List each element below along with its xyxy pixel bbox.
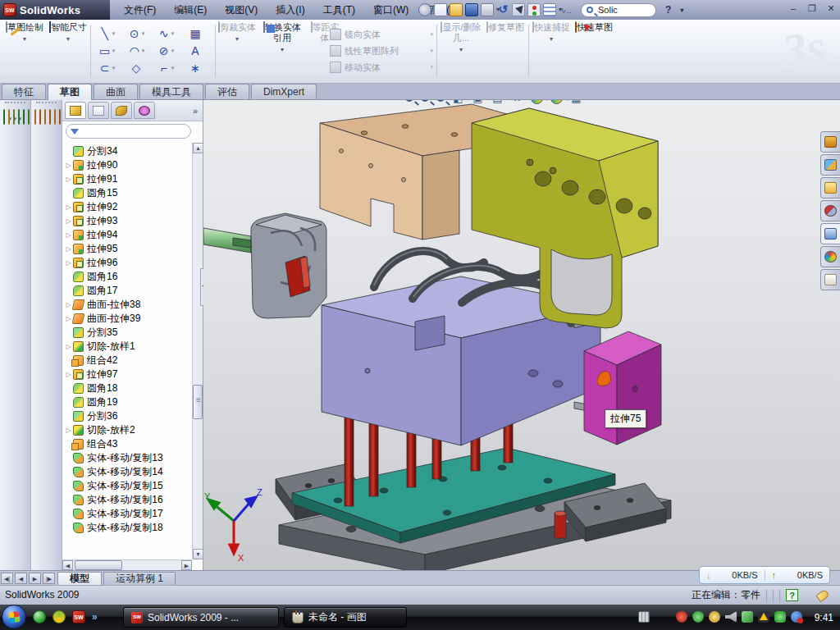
menu-item[interactable]: 编辑(E) bbox=[165, 3, 216, 17]
toolbar-drag-handle[interactable] bbox=[5, 102, 25, 108]
view-tool-icon[interactable] bbox=[405, 100, 413, 102]
view-tool-icon[interactable] bbox=[550, 100, 563, 104]
quick-launch-icon[interactable] bbox=[33, 610, 46, 623]
quick-snaps-button[interactable]: 快速捕捉 ▾ bbox=[532, 22, 571, 81]
model-red-cylinder[interactable] bbox=[555, 511, 566, 538]
tree-item[interactable]: 拉伸96 bbox=[62, 256, 192, 270]
doc-close-button[interactable]: ✕ bbox=[824, 100, 832, 103]
quick-tips-button[interactable]: ? bbox=[786, 589, 798, 601]
view-tool-icon[interactable]: ▦ bbox=[570, 100, 582, 104]
property-manager-tab[interactable] bbox=[88, 102, 109, 119]
sketch-entity-icon[interactable]: A bbox=[180, 42, 210, 59]
mold-tool-icon[interactable] bbox=[54, 109, 56, 125]
toolbar-icon[interactable] bbox=[418, 3, 431, 16]
tree-item[interactable]: 分割35 bbox=[62, 326, 192, 340]
sketch-entity-icon[interactable]: ⌐ bbox=[151, 59, 180, 76]
sketch-entity-icon[interactable]: ⊘ bbox=[151, 42, 180, 59]
tab-scroll-button[interactable]: ◀ bbox=[15, 573, 27, 584]
quick-launch-overflow-icon[interactable]: » bbox=[92, 611, 98, 623]
doc-restore-button[interactable]: ❐ bbox=[806, 100, 815, 103]
view-tool-icon[interactable] bbox=[421, 100, 429, 102]
expand-arrow-icon[interactable] bbox=[64, 203, 73, 211]
toolbar-icon[interactable]: ↺ bbox=[496, 3, 509, 16]
menu-item[interactable]: 窗口(W) bbox=[364, 3, 418, 17]
toolbar-icon[interactable] bbox=[434, 3, 447, 16]
sketch-entity-icon[interactable]: ∿ bbox=[151, 25, 180, 42]
tray-icon[interactable] bbox=[676, 611, 687, 623]
help-button[interactable]: ? bbox=[665, 4, 671, 16]
mold-tool-icon[interactable] bbox=[44, 109, 46, 125]
model-tab[interactable]: 模型 bbox=[57, 572, 102, 585]
task-pane-tab[interactable] bbox=[820, 223, 840, 244]
close-button[interactable]: ✕ bbox=[825, 3, 837, 14]
linear-sketch-pattern-button[interactable]: 线性草图阵列 bbox=[330, 43, 433, 59]
sketch-entity-icon[interactable]: ◇ bbox=[121, 59, 151, 76]
tab-scroll-button[interactable]: |▶ bbox=[43, 573, 55, 584]
sketch-entity-icon[interactable]: ▦ bbox=[180, 25, 210, 42]
model-green-rod[interactable] bbox=[203, 228, 251, 253]
scroll-right-icon[interactable]: ▶ bbox=[181, 560, 192, 570]
view-tool-icon[interactable]: ▣ bbox=[472, 100, 484, 104]
tab-scroll-button[interactable]: ◀| bbox=[1, 573, 13, 584]
feature-tool-icon[interactable] bbox=[23, 109, 25, 125]
quick-launch-icon[interactable] bbox=[52, 610, 66, 623]
tray-icon[interactable] bbox=[774, 611, 786, 623]
tray-icon[interactable] bbox=[638, 611, 650, 623]
mold-tool-icon[interactable] bbox=[34, 109, 36, 125]
mold-tool-icon[interactable] bbox=[39, 109, 41, 125]
tree-item[interactable]: 分割34 bbox=[62, 144, 192, 158]
start-button[interactable] bbox=[2, 605, 26, 629]
taskbar-button-solidworks[interactable]: SW SolidWorks 2009 - ... bbox=[123, 607, 279, 628]
tree-item[interactable]: 实体-移动/复制13 bbox=[62, 451, 192, 465]
sketch-entity-icon[interactable]: ∗ bbox=[180, 59, 210, 76]
feature-tool-icon[interactable] bbox=[8, 109, 10, 125]
tree-item[interactable]: 组合42 bbox=[62, 354, 192, 368]
ribbon-tab[interactable]: 评估 bbox=[205, 84, 249, 99]
toolbar-icon[interactable] bbox=[543, 3, 556, 16]
tray-icon[interactable] bbox=[742, 611, 753, 623]
tree-item[interactable]: 实体-移动/复制14 bbox=[62, 465, 192, 479]
tree-item[interactable]: 拉伸94 bbox=[62, 228, 192, 242]
tree-item[interactable]: 实体-移动/复制17 bbox=[62, 507, 192, 521]
ribbon-tab[interactable]: 草图 bbox=[48, 84, 92, 100]
configuration-manager-tab[interactable] bbox=[111, 102, 132, 119]
feature-tool-icon[interactable] bbox=[28, 109, 30, 125]
sketch-entity-icon[interactable]: ⊙ bbox=[121, 25, 151, 42]
tray-icon[interactable] bbox=[758, 611, 769, 623]
restore-button[interactable]: ❐ bbox=[806, 3, 818, 14]
toolbar-icon[interactable] bbox=[512, 3, 525, 16]
toolbar-icon[interactable]: ∿.. bbox=[559, 3, 572, 16]
tree-item[interactable]: 实体-移动/复制15 bbox=[62, 479, 192, 493]
smart-dimension-button[interactable]: 智能尺寸 ▾ bbox=[48, 22, 89, 81]
toolbar-drag-handle[interactable] bbox=[36, 102, 57, 108]
tab-scroll-button[interactable]: ▶ bbox=[29, 573, 41, 584]
toolbar-icon[interactable] bbox=[450, 3, 463, 16]
feature-tool-icon[interactable] bbox=[13, 109, 15, 125]
tree-item[interactable]: 圆角18 bbox=[62, 381, 192, 395]
move-entities-button[interactable]: 移动实体 bbox=[330, 59, 433, 75]
tree-item[interactable]: 切除-放样1 bbox=[62, 340, 192, 354]
view-tool-icon[interactable]: ∞ bbox=[511, 100, 523, 104]
tree-item[interactable]: 切除-放样2 bbox=[62, 423, 192, 437]
task-pane-tab[interactable] bbox=[820, 154, 840, 176]
tree-item[interactable]: 圆角16 bbox=[62, 270, 192, 284]
task-pane-tab[interactable] bbox=[820, 177, 840, 199]
menu-item[interactable]: 工具(T) bbox=[314, 3, 364, 17]
mold-tool-icon[interactable] bbox=[49, 109, 51, 125]
panel-overflow-chevron[interactable]: » bbox=[193, 106, 200, 116]
sketch-entity-icon[interactable]: ▭ bbox=[92, 42, 121, 59]
minimize-button[interactable]: – bbox=[788, 3, 799, 14]
tree-horizontal-scrollbar[interactable]: ◀ ▶ bbox=[62, 559, 192, 570]
tray-icon[interactable] bbox=[692, 611, 704, 623]
model-gray-clamp[interactable] bbox=[251, 213, 326, 318]
view-tool-icon[interactable]: ▤ bbox=[491, 100, 504, 104]
tree-item[interactable]: 组合43 bbox=[62, 437, 192, 451]
sketch-entity-icon[interactable]: ◠ bbox=[121, 42, 151, 59]
view-tool-icon[interactable] bbox=[436, 100, 445, 102]
task-pane-tab[interactable] bbox=[820, 269, 840, 290]
expand-arrow-icon[interactable] bbox=[64, 371, 73, 378]
tree-item[interactable]: 圆角15 bbox=[62, 186, 192, 200]
ribbon-tab[interactable]: 模具工具 bbox=[139, 84, 203, 99]
ribbon-tab[interactable]: 曲面 bbox=[94, 84, 138, 99]
graphics-viewport[interactable]: Y Z X ◧▣▤∞▦ – ❐ ✕ 拉伸75 bbox=[203, 100, 840, 570]
